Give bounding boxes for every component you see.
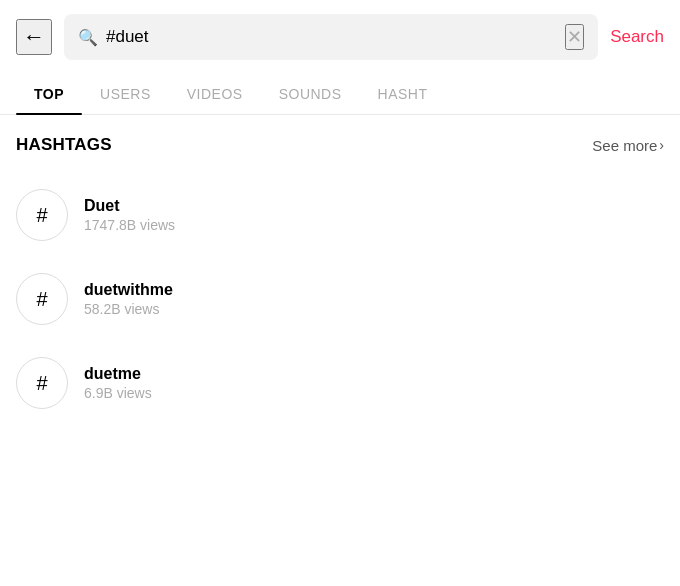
hashtag-name-1: duetwithme: [84, 281, 664, 299]
hashtag-info-0: Duet 1747.8B views: [84, 197, 664, 233]
tabs-bar: TOP USERS VIDEOS SOUNDS HASHT: [0, 74, 680, 115]
hashtag-symbol-2: #: [36, 372, 47, 395]
hashtag-symbol-0: #: [36, 204, 47, 227]
hashtag-name-2: duetme: [84, 365, 664, 383]
content-area: HASHTAGS See more › # Duet 1747.8B views…: [0, 115, 680, 425]
hashtag-views-2: 6.9B views: [84, 385, 664, 401]
search-action-button[interactable]: Search: [610, 23, 664, 51]
back-button[interactable]: ←: [16, 19, 52, 55]
hashtag-item-duetme[interactable]: # duetme 6.9B views: [16, 341, 664, 425]
hashtag-icon-circle-0: #: [16, 189, 68, 241]
header: ← 🔍 ✕ Search: [0, 0, 680, 74]
hashtag-item-duet[interactable]: # Duet 1747.8B views: [16, 173, 664, 257]
tab-sounds[interactable]: SOUNDS: [261, 74, 360, 114]
hashtag-views-0: 1747.8B views: [84, 217, 664, 233]
hashtag-name-0: Duet: [84, 197, 664, 215]
hashtags-title: HASHTAGS: [16, 135, 112, 155]
hashtag-symbol-1: #: [36, 288, 47, 311]
tab-users[interactable]: USERS: [82, 74, 169, 114]
see-more-button[interactable]: See more ›: [592, 137, 664, 154]
back-arrow-icon: ←: [23, 24, 45, 50]
clear-icon: ✕: [567, 26, 582, 48]
hashtag-icon-circle-1: #: [16, 273, 68, 325]
hashtag-info-2: duetme 6.9B views: [84, 365, 664, 401]
see-more-label: See more: [592, 137, 657, 154]
chevron-right-icon: ›: [659, 137, 664, 153]
hashtag-icon-circle-2: #: [16, 357, 68, 409]
search-bar: 🔍 ✕: [64, 14, 598, 60]
search-input[interactable]: [106, 27, 557, 47]
search-action-label: Search: [610, 27, 664, 46]
tab-top[interactable]: TOP: [16, 74, 82, 114]
search-icon: 🔍: [78, 28, 98, 47]
hashtag-info-1: duetwithme 58.2B views: [84, 281, 664, 317]
hashtags-section-header: HASHTAGS See more ›: [16, 135, 664, 155]
tab-hashtags[interactable]: HASHT: [360, 74, 446, 114]
tab-videos[interactable]: VIDEOS: [169, 74, 261, 114]
hashtag-list: # Duet 1747.8B views # duetwithme 58.2B …: [16, 173, 664, 425]
hashtag-views-1: 58.2B views: [84, 301, 664, 317]
clear-button[interactable]: ✕: [565, 24, 584, 50]
hashtag-item-duetwithme[interactable]: # duetwithme 58.2B views: [16, 257, 664, 341]
